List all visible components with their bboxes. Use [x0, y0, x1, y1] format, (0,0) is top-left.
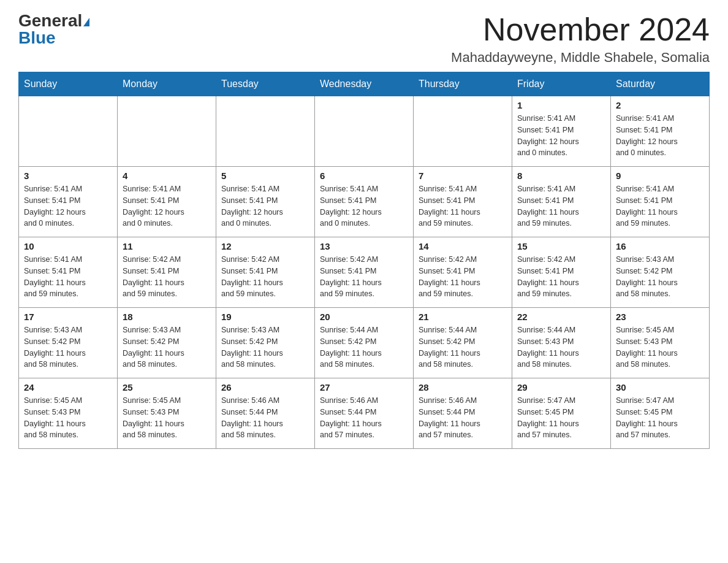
day-info: Sunrise: 5:41 AMSunset: 5:41 PMDaylight:… [24, 183, 112, 229]
day-info: Sunrise: 5:44 AMSunset: 5:43 PMDaylight:… [517, 324, 605, 370]
day-number: 29 [517, 382, 605, 393]
day-info: Sunrise: 5:42 AMSunset: 5:41 PMDaylight:… [320, 254, 408, 300]
day-number: 30 [616, 382, 704, 393]
day-info: Sunrise: 5:41 AMSunset: 5:41 PMDaylight:… [517, 183, 605, 229]
weekday-header-wednesday: Wednesday [315, 72, 414, 96]
day-number: 9 [616, 170, 704, 181]
day-number: 28 [419, 382, 507, 393]
calendar-cell: 14Sunrise: 5:42 AMSunset: 5:41 PMDayligh… [414, 237, 512, 308]
day-number: 1 [517, 100, 605, 110]
day-number: 18 [123, 312, 211, 322]
calendar-cell [315, 96, 414, 167]
day-info: Sunrise: 5:41 AMSunset: 5:41 PMDaylight:… [24, 254, 112, 300]
day-number: 11 [123, 241, 211, 251]
day-info: Sunrise: 5:43 AMSunset: 5:42 PMDaylight:… [616, 254, 704, 300]
day-number: 19 [221, 312, 309, 322]
day-info: Sunrise: 5:45 AMSunset: 5:43 PMDaylight:… [24, 395, 112, 441]
weekday-header-saturday: Saturday [611, 72, 710, 96]
calendar-cell: 6Sunrise: 5:41 AMSunset: 5:41 PMDaylight… [315, 167, 414, 237]
calendar-cell: 30Sunrise: 5:47 AMSunset: 5:45 PMDayligh… [611, 378, 710, 449]
day-info: Sunrise: 5:42 AMSunset: 5:41 PMDaylight:… [419, 254, 507, 300]
calendar-cell: 23Sunrise: 5:45 AMSunset: 5:43 PMDayligh… [611, 308, 710, 378]
calendar-cell: 21Sunrise: 5:44 AMSunset: 5:42 PMDayligh… [414, 308, 512, 378]
header: General Blue November 2024 Mahaddayweyne… [18, 12, 710, 66]
calendar-week-row: 17Sunrise: 5:43 AMSunset: 5:42 PMDayligh… [19, 308, 710, 378]
calendar-cell: 5Sunrise: 5:41 AMSunset: 5:41 PMDaylight… [216, 167, 315, 237]
calendar-cell: 1Sunrise: 5:41 AMSunset: 5:41 PMDaylight… [512, 96, 611, 167]
day-info: Sunrise: 5:43 AMSunset: 5:42 PMDaylight:… [221, 324, 309, 370]
day-info: Sunrise: 5:41 AMSunset: 5:41 PMDaylight:… [320, 183, 408, 229]
calendar-cell: 25Sunrise: 5:45 AMSunset: 5:43 PMDayligh… [118, 378, 216, 449]
calendar-cell: 17Sunrise: 5:43 AMSunset: 5:42 PMDayligh… [19, 308, 118, 378]
calendar-cell: 27Sunrise: 5:46 AMSunset: 5:44 PMDayligh… [315, 378, 414, 449]
calendar-cell [19, 96, 118, 167]
weekday-header-monday: Monday [118, 72, 216, 96]
day-info: Sunrise: 5:43 AMSunset: 5:42 PMDaylight:… [123, 324, 211, 370]
day-number: 13 [320, 241, 408, 251]
day-number: 22 [517, 312, 605, 322]
calendar-cell: 4Sunrise: 5:41 AMSunset: 5:41 PMDaylight… [118, 167, 216, 237]
day-info: Sunrise: 5:41 AMSunset: 5:41 PMDaylight:… [419, 183, 507, 229]
day-info: Sunrise: 5:46 AMSunset: 5:44 PMDaylight:… [419, 395, 507, 441]
calendar-week-row: 10Sunrise: 5:41 AMSunset: 5:41 PMDayligh… [19, 237, 710, 308]
day-number: 10 [24, 241, 112, 251]
day-number: 4 [123, 170, 211, 181]
calendar-week-row: 24Sunrise: 5:45 AMSunset: 5:43 PMDayligh… [19, 378, 710, 449]
calendar-cell: 9Sunrise: 5:41 AMSunset: 5:41 PMDaylight… [611, 167, 710, 237]
weekday-header-friday: Friday [512, 72, 611, 96]
logo-area: General Blue [18, 12, 89, 47]
calendar-cell [118, 96, 216, 167]
day-info: Sunrise: 5:43 AMSunset: 5:42 PMDaylight:… [24, 324, 112, 370]
day-info: Sunrise: 5:42 AMSunset: 5:41 PMDaylight:… [123, 254, 211, 300]
calendar-cell: 2Sunrise: 5:41 AMSunset: 5:41 PMDaylight… [611, 96, 710, 167]
day-number: 20 [320, 312, 408, 322]
day-number: 27 [320, 382, 408, 393]
day-number: 23 [616, 312, 704, 322]
title-area: November 2024 Mahaddayweyne, Middle Shab… [451, 12, 710, 66]
day-number: 14 [419, 241, 507, 251]
day-number: 17 [24, 312, 112, 322]
calendar-cell: 16Sunrise: 5:43 AMSunset: 5:42 PMDayligh… [611, 237, 710, 308]
calendar-cell: 29Sunrise: 5:47 AMSunset: 5:45 PMDayligh… [512, 378, 611, 449]
day-number: 16 [616, 241, 704, 251]
day-info: Sunrise: 5:41 AMSunset: 5:41 PMDaylight:… [221, 183, 309, 229]
day-info: Sunrise: 5:41 AMSunset: 5:41 PMDaylight:… [616, 113, 704, 159]
weekday-header-row: SundayMondayTuesdayWednesdayThursdayFrid… [19, 72, 710, 96]
calendar-cell: 10Sunrise: 5:41 AMSunset: 5:41 PMDayligh… [19, 237, 118, 308]
calendar-cell: 11Sunrise: 5:42 AMSunset: 5:41 PMDayligh… [118, 237, 216, 308]
calendar-week-row: 3Sunrise: 5:41 AMSunset: 5:41 PMDaylight… [19, 167, 710, 237]
calendar-cell: 3Sunrise: 5:41 AMSunset: 5:41 PMDaylight… [19, 167, 118, 237]
day-number: 21 [419, 312, 507, 322]
day-number: 12 [221, 241, 309, 251]
calendar-cell: 12Sunrise: 5:42 AMSunset: 5:41 PMDayligh… [216, 237, 315, 308]
day-info: Sunrise: 5:46 AMSunset: 5:44 PMDaylight:… [221, 395, 309, 441]
logo-blue-line: Blue [18, 29, 56, 47]
day-info: Sunrise: 5:42 AMSunset: 5:41 PMDaylight:… [221, 254, 309, 300]
weekday-header-tuesday: Tuesday [216, 72, 315, 96]
day-number: 8 [517, 170, 605, 181]
day-info: Sunrise: 5:42 AMSunset: 5:41 PMDaylight:… [517, 254, 605, 300]
day-number: 5 [221, 170, 309, 181]
day-info: Sunrise: 5:44 AMSunset: 5:42 PMDaylight:… [419, 324, 507, 370]
day-info: Sunrise: 5:41 AMSunset: 5:41 PMDaylight:… [123, 183, 211, 229]
calendar-cell [414, 96, 512, 167]
day-number: 2 [616, 100, 704, 110]
calendar-cell: 13Sunrise: 5:42 AMSunset: 5:41 PMDayligh… [315, 237, 414, 308]
day-number: 24 [24, 382, 112, 393]
calendar-week-row: 1Sunrise: 5:41 AMSunset: 5:41 PMDaylight… [19, 96, 710, 167]
day-number: 26 [221, 382, 309, 393]
calendar-table: SundayMondayTuesdayWednesdayThursdayFrid… [18, 72, 710, 449]
calendar-cell: 7Sunrise: 5:41 AMSunset: 5:41 PMDaylight… [414, 167, 512, 237]
calendar-cell [216, 96, 315, 167]
logo-triangle-icon [83, 18, 89, 26]
month-title: November 2024 [451, 12, 710, 47]
day-info: Sunrise: 5:45 AMSunset: 5:43 PMDaylight:… [616, 324, 704, 370]
calendar-cell: 20Sunrise: 5:44 AMSunset: 5:42 PMDayligh… [315, 308, 414, 378]
day-info: Sunrise: 5:47 AMSunset: 5:45 PMDaylight:… [616, 395, 704, 441]
calendar-cell: 24Sunrise: 5:45 AMSunset: 5:43 PMDayligh… [19, 378, 118, 449]
calendar-cell: 18Sunrise: 5:43 AMSunset: 5:42 PMDayligh… [118, 308, 216, 378]
calendar-cell: 8Sunrise: 5:41 AMSunset: 5:41 PMDaylight… [512, 167, 611, 237]
day-info: Sunrise: 5:47 AMSunset: 5:45 PMDaylight:… [517, 395, 605, 441]
calendar-cell: 26Sunrise: 5:46 AMSunset: 5:44 PMDayligh… [216, 378, 315, 449]
day-info: Sunrise: 5:46 AMSunset: 5:44 PMDaylight:… [320, 395, 408, 441]
